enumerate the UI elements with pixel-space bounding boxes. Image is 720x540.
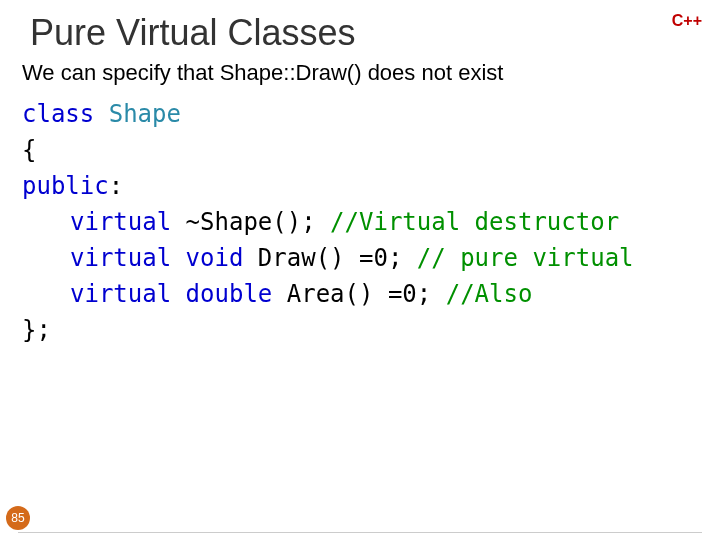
space <box>272 280 286 308</box>
class-name: Shape <box>109 100 181 128</box>
space <box>243 244 257 272</box>
comment: //Also <box>446 280 533 308</box>
language-badge: C++ <box>672 12 702 30</box>
keyword-void: void <box>186 244 244 272</box>
comment: // pure virtual <box>417 244 634 272</box>
code-line-1: class Shape <box>22 96 698 132</box>
token-dtor: ~Shape(); <box>186 208 331 236</box>
keyword-virtual: virtual <box>70 244 171 272</box>
space <box>171 208 185 236</box>
token-area: Area() =0; <box>287 280 446 308</box>
keyword-class: class <box>22 100 94 128</box>
footer-divider <box>18 532 702 533</box>
keyword-virtual: virtual <box>70 280 171 308</box>
keyword-virtual: virtual <box>70 208 171 236</box>
code-line-2: { <box>22 132 698 168</box>
slide: Pure Virtual Classes C++ We can specify … <box>0 0 720 540</box>
code-block: class Shape { public: virtual ~Shape(); … <box>22 96 698 348</box>
code-line-7: }; <box>22 312 698 348</box>
code-line-3: public: <box>22 168 698 204</box>
keyword-double: double <box>186 280 273 308</box>
page-number-badge: 85 <box>6 506 30 530</box>
slide-title: Pure Virtual Classes <box>30 12 355 54</box>
space <box>171 280 185 308</box>
keyword-public: public <box>22 172 109 200</box>
code-line-6: virtual double Area() =0; //Also <box>22 276 698 312</box>
intro-text: We can specify that Shape::Draw() does n… <box>22 60 698 86</box>
token-colon: : <box>109 172 123 200</box>
space <box>94 100 108 128</box>
code-line-4: virtual ~Shape(); //Virtual destructor <box>22 204 698 240</box>
comment: //Virtual destructor <box>330 208 619 236</box>
code-line-5: virtual void Draw() =0; // pure virtual <box>22 240 698 276</box>
token-draw: Draw() =0; <box>258 244 417 272</box>
space <box>171 244 185 272</box>
